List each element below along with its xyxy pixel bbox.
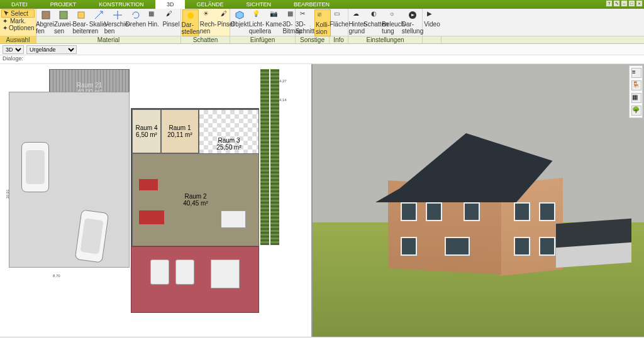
svg-rect-0 [42, 11, 50, 19]
mark-button[interactable]: ✦Mark. [1, 18, 35, 25]
tree-icon[interactable]: 🌳 [631, 106, 641, 116]
close-icon[interactable]: × [636, 0, 643, 7]
svg-point-3 [187, 13, 194, 19]
dim: 4,27 [279, 79, 287, 83]
video-button[interactable]: ▶Video [424, 9, 440, 35]
svg-rect-1 [60, 11, 67, 19]
3d-cut-button[interactable]: ✂3D-Schnitt [297, 9, 313, 36]
furniture-icon[interactable]: 🪑 [631, 80, 641, 90]
house-outline: Raum 46,50 m² Raum 120,11 m² Raum 325,50… [131, 108, 259, 246]
pin-icon[interactable]: ✎ [613, 0, 620, 7]
shadow-show-button[interactable]: Dar-stellen [182, 9, 199, 36]
menu-3d[interactable]: 3D [155, 0, 186, 9]
ribbon: Select ✦Mark. ✦Optionen Abgrei-fen Zuwei… [0, 9, 644, 36]
menu-sichten[interactable]: SICHTEN [235, 0, 282, 9]
view-mode-select[interactable]: 3D [3, 45, 24, 54]
menu-gelaende[interactable]: GELÄNDE [185, 0, 235, 9]
dialogs-label: Dialoge: [0, 55, 644, 64]
options-button[interactable]: ✦Optionen [1, 25, 35, 31]
house-3d [363, 114, 526, 259]
menu-bar: DATEI PROJEKT KONSTRUKTION 3D GELÄNDE SI… [0, 0, 644, 9]
pick-button[interactable]: Abgrei-fen [38, 9, 54, 35]
hedge-right [260, 69, 269, 245]
collision-button[interactable]: ⎚Kolli-sion [314, 9, 331, 36]
3d-view[interactable]: ≡ 🪑 ▦ 🌳 [313, 64, 644, 337]
edit-button[interactable]: Bear-beiten [73, 9, 89, 35]
shadow-calc-button[interactable]: ☀Rech-nen [200, 9, 216, 36]
assign-button[interactable]: Zuwei-sen [55, 9, 72, 35]
terrain-select[interactable]: Urgelände [26, 45, 77, 54]
window-controls: ? ✎ – □ × [606, 0, 643, 7]
view-bar: 3D Urgelände [0, 44, 644, 55]
layers-icon[interactable]: ≡ [631, 68, 641, 78]
car-1 [21, 142, 49, 192]
view-tools: ≡ 🪑 ▦ 🌳 [629, 65, 643, 118]
rotate-button[interactable]: Drehen [128, 9, 144, 35]
min-icon[interactable]: – [621, 0, 628, 7]
patio [131, 246, 259, 313]
garage-3d [556, 221, 644, 265]
menu-bearbeiten[interactable]: BEARBEITEN [282, 0, 341, 9]
insert-camera-button[interactable]: 📷Kame-ra [267, 9, 283, 35]
materials-icon[interactable]: ▦ [631, 93, 641, 103]
svg-rect-2 [78, 12, 84, 18]
menu-datei[interactable]: DATEI [0, 0, 39, 9]
insert-object-button[interactable]: Objekt [231, 9, 248, 35]
insert-light-button[interactable]: 💡Licht-quelle [249, 9, 265, 35]
menu-projekt[interactable]: PROJEKT [39, 0, 88, 9]
dim: 10,91 [6, 189, 9, 199]
select-button[interactable]: Select [1, 9, 35, 18]
menu-konstruktion[interactable]: KONSTRUKTION [87, 0, 155, 9]
floorplan-view[interactable]: Raum 2140,00 m² Raum 46,50 m² Raum 120,1… [0, 64, 313, 337]
ribbon-groups: Auswahl Material Schatten Einfügen Sonst… [0, 36, 644, 44]
hedge-right2 [270, 69, 279, 245]
dim: 4,14 [279, 98, 287, 102]
display-button[interactable]: Dar-stellung [404, 9, 421, 35]
dim: 8,70 [53, 274, 60, 278]
lighting-button[interactable]: ☼Beleuch-tung [386, 9, 403, 35]
brush-button[interactable]: 🖌Pinsel [163, 9, 179, 35]
help-icon[interactable]: ? [606, 0, 613, 7]
max-icon[interactable]: □ [628, 0, 635, 7]
move-button[interactable]: Verschie-ben [108, 9, 126, 35]
area-button[interactable]: ▭Fläche [331, 9, 347, 35]
workspace: Raum 2140,00 m² Raum 46,50 m² Raum 120,1… [0, 64, 644, 337]
hin-button[interactable]: ▦Hin. [145, 9, 162, 35]
